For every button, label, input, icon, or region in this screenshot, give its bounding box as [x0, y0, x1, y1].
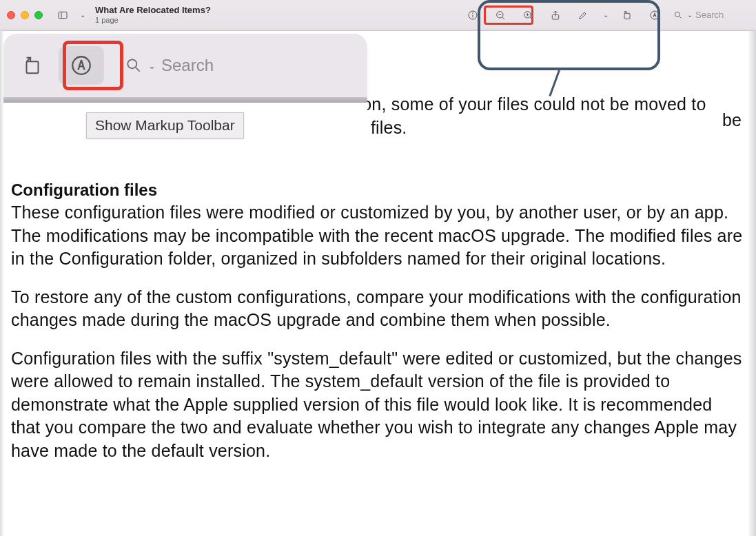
search-input[interactable]: [695, 10, 744, 20]
annotation-highlight-small: [484, 6, 533, 25]
window-controls: [7, 11, 43, 19]
minimize-window-button[interactable]: [21, 11, 29, 19]
zoom-rotate-button[interactable]: [16, 49, 49, 82]
text-fragment-be: be: [722, 110, 742, 130]
zoom-content-area: Show Markup Toolbar: [3, 103, 367, 166]
document-subtitle: 1 page: [95, 16, 211, 24]
section-heading-config: Configuration files: [11, 181, 745, 200]
svg-point-14: [651, 11, 659, 19]
highlight-menu-chevron-icon[interactable]: ⌄: [603, 11, 609, 19]
rotate-button[interactable]: [618, 6, 636, 24]
svg-line-20: [136, 68, 139, 71]
markup-toolbar-button[interactable]: [646, 6, 664, 24]
preview-window: ⌄ What Are Relocated Items? 1 page ⌄: [0, 0, 756, 536]
document-title-block: What Are Relocated Items? 1 page: [95, 6, 211, 23]
search-field[interactable]: ⌄: [673, 10, 749, 20]
close-window-button[interactable]: [7, 11, 15, 19]
search-menu-chevron-icon[interactable]: ⌄: [687, 11, 693, 19]
right-page-shadow: [748, 30, 756, 536]
zoom-annotation-highlight: [63, 41, 123, 90]
svg-point-19: [127, 59, 136, 68]
zoom-search-field[interactable]: ⌄ Search: [125, 56, 214, 75]
svg-rect-13: [624, 13, 630, 19]
svg-rect-0: [59, 12, 67, 18]
paragraph-config-3: Configuration files with the suffix "sys…: [11, 347, 745, 463]
highlight-button[interactable]: [574, 6, 592, 24]
svg-point-15: [675, 12, 680, 17]
zoom-search-placeholder: Search: [161, 56, 214, 75]
sidebar-toggle-button[interactable]: [54, 6, 72, 24]
toolbar: ⌄ What Are Relocated Items? 1 page ⌄: [0, 0, 756, 30]
zoom-toolbar: ⌄ Search: [3, 34, 367, 97]
zoom-markup-tooltip: Show Markup Toolbar: [86, 112, 244, 138]
annotation-callout-large: ⌄ Search Show Markup Toolbar: [0, 30, 371, 169]
zoom-search-chevron-icon[interactable]: ⌄: [148, 61, 156, 71]
svg-line-16: [680, 16, 682, 18]
zoom-window-button[interactable]: [34, 11, 43, 19]
document-title: What Are Relocated Items?: [95, 6, 211, 15]
svg-point-4: [473, 12, 473, 13]
svg-rect-17: [27, 61, 39, 73]
zoom-toolbar-divider: [3, 97, 367, 103]
paragraph-config-2: To restore any of the custom configurati…: [11, 286, 745, 332]
share-button[interactable]: [546, 6, 564, 24]
sidebar-menu-chevron-icon[interactable]: ⌄: [80, 11, 85, 19]
paragraph-config-1: These configuration files were modified …: [11, 201, 745, 271]
info-button[interactable]: [464, 6, 482, 24]
